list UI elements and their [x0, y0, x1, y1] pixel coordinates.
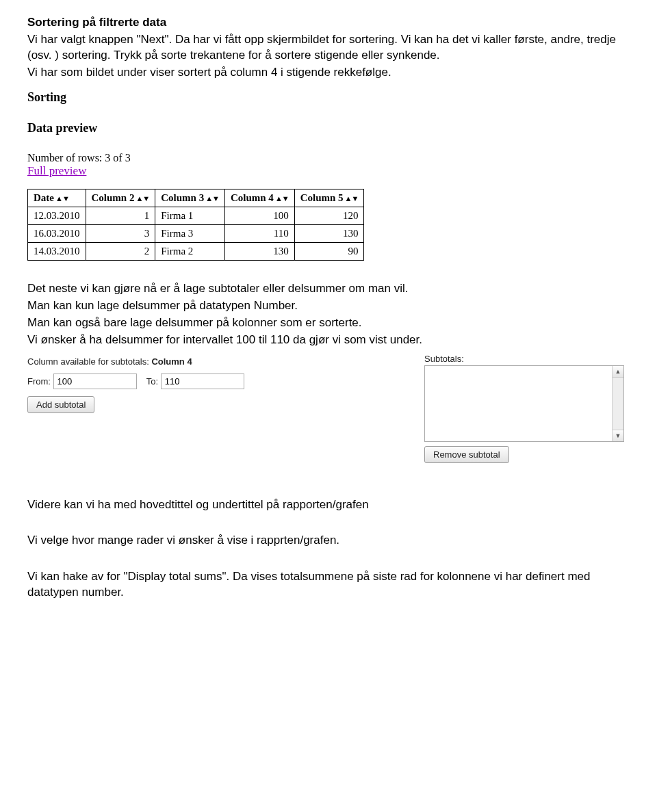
mid-paragraph-3: Man kan også bare lage delsummer på kolo…	[27, 315, 630, 331]
to-input[interactable]	[161, 374, 244, 389]
col-header-4[interactable]: Column 4▲▼	[224, 189, 294, 207]
outro-paragraph-2: Vi velge hvor mange rader vi ønsker å vi…	[27, 533, 630, 549]
remove-subtotal-button[interactable]: Remove subtotal	[424, 446, 509, 463]
full-preview-link[interactable]: Full preview	[27, 164, 86, 177]
sort-icon[interactable]: ▲▼	[275, 194, 289, 202]
col-header-5[interactable]: Column 5▲▼	[294, 189, 364, 207]
mid-paragraph-2: Man kan kun lage delsummer på datatypen …	[27, 298, 630, 314]
column-available-label: Column available for subtotals:	[27, 356, 149, 367]
mid-paragraph-1: Det neste vi kan gjøre nå er å lage subt…	[27, 281, 630, 297]
add-subtotal-button[interactable]: Add subtotal	[27, 396, 94, 413]
intro-paragraph-2: Vi har som bildet under viser sortert på…	[27, 65, 630, 81]
table-row: 12.03.2010 1 Firma 1 100 120	[28, 207, 364, 224]
col-header-date[interactable]: Date▲▼	[28, 189, 86, 207]
intro-paragraph-1: Vi har valgt knappen "Next". Da har vi f…	[27, 32, 630, 64]
col-header-2[interactable]: Column 2▲▼	[86, 189, 155, 207]
column-available-value: Column 4	[151, 356, 192, 367]
to-label: To:	[146, 376, 158, 387]
data-preview-heading: Data preview	[27, 121, 630, 135]
data-preview-table: Date▲▼ Column 2▲▼ Column 3▲▼ Column 4▲▼ …	[27, 189, 364, 261]
from-label: From:	[27, 376, 51, 387]
page-heading: Sortering på filtrerte data	[27, 15, 630, 31]
sort-icon[interactable]: ▲▼	[136, 194, 149, 202]
rows-count-label: Number of rows: 3 of 3	[27, 152, 630, 164]
table-row: 14.03.2010 2 Firma 2 130 90	[28, 242, 364, 260]
sort-icon[interactable]: ▲▼	[345, 194, 359, 202]
sort-icon[interactable]: ▲▼	[205, 194, 219, 202]
table-row: 16.03.2010 3 Firma 3 110 130	[28, 224, 364, 242]
scroll-up-icon[interactable]: ▲	[613, 366, 623, 378]
outro-paragraph-1: Videre kan vi ha med hovedtittel og unde…	[27, 497, 630, 513]
subtotals-label: Subtotals:	[424, 354, 630, 364]
outro-paragraph-3: Vi kan hake av for "Display total sums".…	[27, 569, 630, 601]
col-header-3[interactable]: Column 3▲▼	[155, 189, 225, 207]
sorting-heading: Sorting	[27, 90, 630, 105]
scroll-down-icon[interactable]: ▼	[613, 430, 623, 441]
mid-paragraph-4: Vi ønsker å ha delsummer for intervallet…	[27, 332, 630, 348]
scrollbar[interactable]: ▲ ▼	[612, 366, 623, 441]
sort-icon[interactable]: ▲▼	[55, 194, 69, 202]
from-input[interactable]	[53, 374, 137, 389]
subtotals-listbox[interactable]: ▲ ▼	[424, 365, 624, 442]
